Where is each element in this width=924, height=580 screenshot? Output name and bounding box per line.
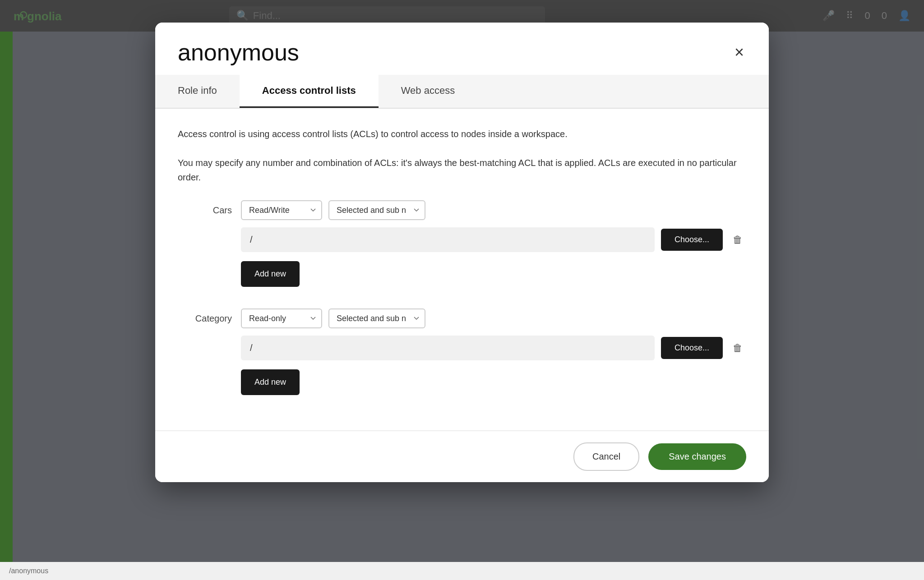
modal-title: anonymous [178, 39, 299, 66]
category-path-input[interactable] [241, 336, 655, 360]
category-permission-select[interactable]: Read/Write Read-only Deny access [241, 308, 322, 328]
tab-role-info[interactable]: Role info [155, 75, 240, 108]
cars-label: Cars [178, 205, 232, 216]
cars-path-input[interactable] [241, 227, 655, 252]
acl-description-line1: Access control is using access control l… [178, 127, 746, 141]
tab-access-control[interactable]: Access control lists [240, 75, 379, 108]
status-path: /anonymous [9, 567, 48, 575]
cancel-button[interactable]: Cancel [573, 442, 639, 471]
modal-header: anonymous × [155, 23, 769, 75]
category-choose-button[interactable]: Choose... [661, 337, 723, 359]
tab-spacer [477, 75, 769, 108]
cars-choose-button[interactable]: Choose... [661, 229, 723, 251]
category-delete-button[interactable]: 🗑 [729, 339, 746, 358]
cars-selects: Read/Write Read-only Deny access Selecte… [241, 200, 746, 220]
modal-footer: Cancel Save changes [155, 430, 769, 482]
modal: anonymous × Role info Access control lis… [155, 23, 769, 482]
category-selects: Read/Write Read-only Deny access Selecte… [241, 308, 746, 328]
save-changes-button[interactable]: Save changes [648, 443, 746, 470]
sidebar-strip [0, 32, 13, 580]
category-add-new-button[interactable]: Add new [241, 369, 300, 395]
modal-body: Access control is using access control l… [155, 109, 769, 430]
category-scope-select[interactable]: Selected and sub n Selected only Sub nod… [328, 308, 425, 328]
cars-permission-select[interactable]: Read/Write Read-only Deny access [241, 200, 322, 220]
status-bar: /anonymous [0, 562, 924, 580]
cars-path-row: Choose... 🗑 [241, 227, 746, 252]
cars-delete-button[interactable]: 🗑 [729, 230, 746, 249]
category-label: Category [178, 313, 232, 324]
cars-add-new-button[interactable]: Add new [241, 261, 300, 287]
cars-row: Cars Read/Write Read-only Deny access Se… [178, 200, 746, 220]
tabs: Role info Access control lists Web acces… [155, 75, 769, 109]
category-row: Category Read/Write Read-only Deny acces… [178, 308, 746, 328]
tab-web-access[interactable]: Web access [379, 75, 477, 108]
close-button[interactable]: × [732, 42, 746, 63]
category-path-row: Choose... 🗑 [241, 336, 746, 360]
cars-scope-select[interactable]: Selected and sub n Selected only Sub nod… [328, 200, 425, 220]
acl-description: Access control is using access control l… [178, 127, 746, 184]
acl-section-category: Category Read/Write Read-only Deny acces… [178, 308, 746, 399]
acl-section-cars: Cars Read/Write Read-only Deny access Se… [178, 200, 746, 290]
acl-description-line2: You may specify any number and combinati… [178, 156, 746, 184]
